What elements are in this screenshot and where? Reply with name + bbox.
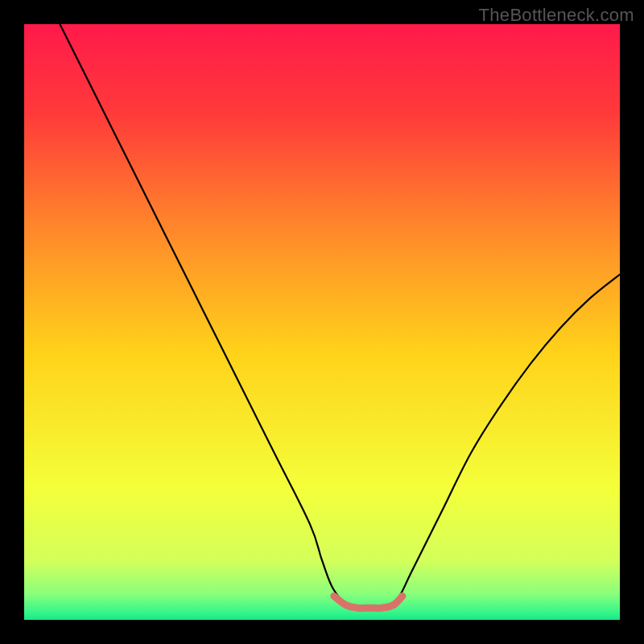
plot-area <box>24 24 620 620</box>
watermark-text: TheBottleneck.com <box>479 5 634 26</box>
gradient-background <box>24 24 620 620</box>
chart-container: TheBottleneck.com <box>0 0 644 644</box>
chart-svg <box>24 24 620 620</box>
